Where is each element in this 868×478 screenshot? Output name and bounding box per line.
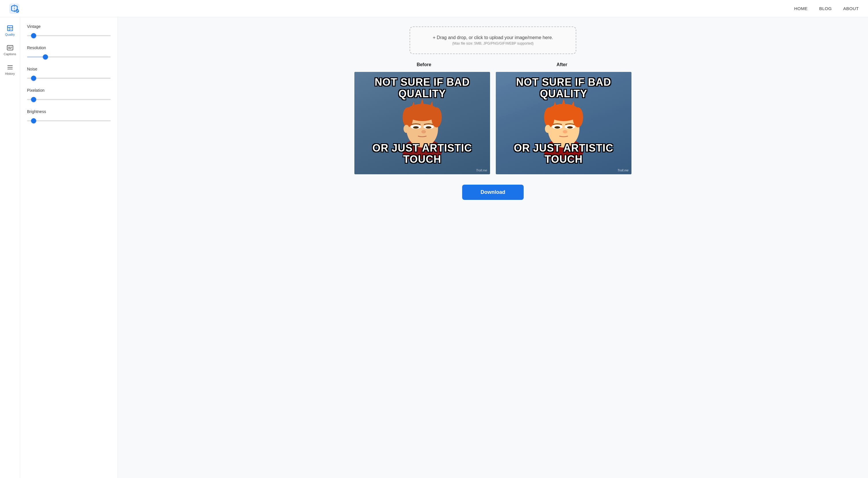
after-meme: NOT SURE IF BAD QUALITY [496, 72, 631, 174]
before-image: NOT SURE IF BAD QUALITY [354, 72, 490, 174]
brightness-label: Brightness [27, 109, 111, 114]
meme-top-text-after: NOT SURE IF BAD QUALITY [496, 77, 631, 99]
history-icon [7, 64, 13, 71]
brightness-slider[interactable] [27, 120, 111, 121]
comparison-images: NOT SURE IF BAD QUALITY [354, 72, 631, 174]
upload-main-text: + Drag and drop, or click to upload your… [422, 35, 564, 40]
before-watermark: Troll.me [476, 169, 487, 172]
after-label: After [493, 62, 631, 67]
svg-point-19 [413, 126, 419, 128]
app-logo-icon [9, 3, 20, 14]
upload-zone[interactable]: + Drag and drop, or click to upload your… [409, 26, 576, 54]
svg-marker-15 [419, 99, 425, 109]
meme-bottom-text-before: OR JUST ARTISTIC TOUCH [354, 142, 490, 165]
app-header: HOME BLOG ABOUT [0, 0, 868, 17]
vintage-slider-container [27, 32, 111, 37]
sidebar-item-captions[interactable]: Captions [1, 41, 19, 59]
svg-point-34 [554, 126, 560, 128]
sidebar-history-label: History [5, 72, 15, 76]
meme-top-text-before: NOT SURE IF BAD QUALITY [354, 77, 490, 99]
pixelation-slider[interactable] [27, 99, 111, 100]
sidebar-captions-label: Captions [4, 52, 16, 56]
controls-panel: Vintage Resolution Noise Pixelation Brig… [20, 17, 118, 478]
content-area: + Drag and drop, or click to upload your… [118, 17, 868, 478]
svg-rect-4 [7, 46, 13, 50]
after-image: NOT SURE IF BAD QUALITY [496, 72, 631, 174]
logo[interactable] [9, 3, 20, 14]
svg-point-22 [404, 125, 409, 133]
svg-marker-30 [561, 99, 566, 109]
brightness-slider-container [27, 117, 111, 122]
svg-point-3 [10, 28, 11, 30]
vintage-label: Vintage [27, 24, 111, 29]
sidebar-item-quality[interactable]: Quality [1, 22, 19, 39]
sidebar-quality-label: Quality [5, 33, 15, 36]
svg-point-21 [421, 130, 426, 133]
before-meme: NOT SURE IF BAD QUALITY [354, 72, 490, 174]
vintage-slider[interactable] [27, 35, 111, 36]
sidebar: Quality Captions History [0, 17, 20, 478]
before-label: Before [355, 62, 493, 67]
quality-icon [7, 25, 13, 32]
pixelation-control: Pixelation [27, 88, 111, 101]
vintage-control: Vintage [27, 24, 111, 37]
download-button[interactable]: Download [462, 185, 524, 200]
svg-point-35 [567, 126, 573, 128]
sidebar-item-history[interactable]: History [1, 61, 19, 78]
svg-point-20 [426, 126, 431, 128]
pixelation-label: Pixelation [27, 88, 111, 93]
nav-home[interactable]: HOME [794, 6, 808, 11]
after-watermark: Troll.me [617, 169, 628, 172]
resolution-slider-container [27, 54, 111, 59]
pixelation-slider-container [27, 96, 111, 101]
captions-icon [7, 44, 13, 51]
main-layout: Quality Captions History Vintage [0, 17, 868, 478]
noise-slider-container [27, 75, 111, 80]
comparison-section: Before After NOT SURE IF BAD QUALITY [132, 62, 854, 174]
resolution-control: Resolution [27, 46, 111, 59]
nav-blog[interactable]: BLOG [819, 6, 832, 11]
noise-slider[interactable] [27, 78, 111, 79]
resolution-label: Resolution [27, 46, 111, 50]
svg-point-37 [545, 125, 551, 133]
svg-rect-2 [7, 26, 13, 31]
nav-about[interactable]: ABOUT [843, 6, 859, 11]
resolution-slider[interactable] [27, 56, 111, 58]
brightness-control: Brightness [27, 109, 111, 122]
comparison-labels: Before After [355, 62, 631, 67]
noise-control: Noise [27, 67, 111, 80]
upload-sub-text: (Max file size: 5MB, JPG/PNG/GIF/WEBP su… [422, 41, 564, 46]
main-nav: HOME BLOG ABOUT [794, 6, 859, 11]
noise-label: Noise [27, 67, 111, 71]
svg-point-36 [563, 130, 567, 133]
meme-bottom-text-after: OR JUST ARTISTIC TOUCH [496, 142, 631, 165]
